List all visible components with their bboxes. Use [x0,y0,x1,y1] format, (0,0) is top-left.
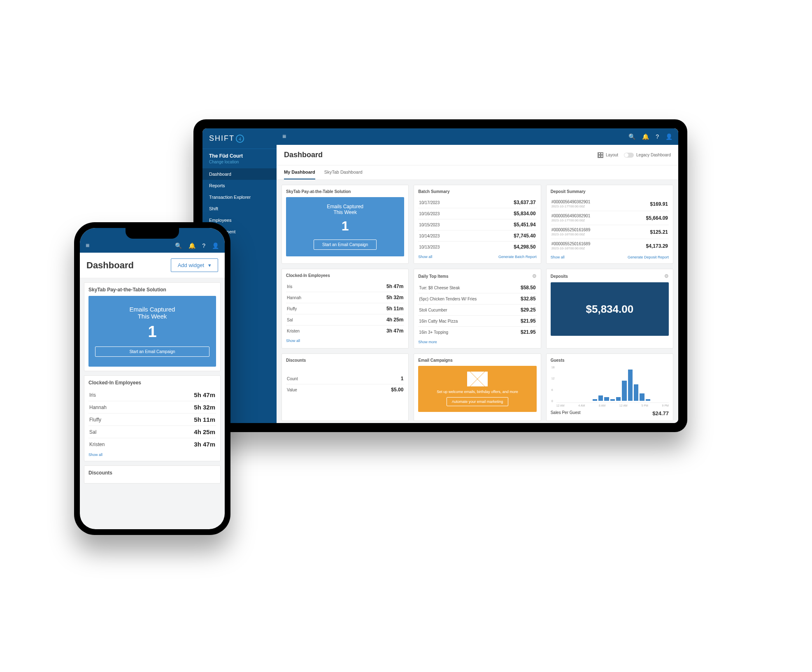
user-icon[interactable]: 👤 [212,242,219,249]
row-value: 5h 11m [194,416,215,423]
show-all-link[interactable]: Show all [418,255,432,259]
phone-header: Dashboard Add widget▾ [80,253,225,278]
location-name: The Füd Court [209,153,270,159]
guests-chart: 181260 [556,366,669,403]
row-value: 3h 47m [194,441,215,448]
card-title: Batch Summary [418,189,536,194]
deposits-value: $5,834.00 [551,282,669,336]
row-value: $21.95 [521,329,536,335]
row-value: 5h 47m [386,284,403,289]
row-value: $32.85 [521,296,536,302]
row-value: $7,745.40 [514,233,535,239]
deposits-card: Deposits⚙ $5,834.00 [546,269,673,349]
table-row: #00000552501616892023-10-16T00:00:00Z$12… [551,225,669,239]
row-label: Tue: $8 Cheese Steak [419,286,521,290]
bell-icon[interactable]: 🔔 [642,133,649,140]
generate-batch-report-link[interactable]: Generate Batch Report [498,255,537,259]
row-label: (5pc) Chicken Tenders W/ Fries [419,297,521,301]
promo-sub: This Week [138,313,167,320]
row-label: Stoli Cucumber [419,308,521,312]
table-row: Value$5.00 [286,384,404,395]
sidebar-item-dashboard[interactable]: Dashboard [202,168,277,180]
generate-deposit-report-link[interactable]: Generate Deposit Report [628,255,669,259]
row-value: $3,637.37 [514,200,535,205]
change-location-link[interactable]: Change location [209,160,270,164]
chart-bar [598,395,603,401]
menu-icon[interactable]: ≡ [86,242,89,249]
row-value: 5h 47m [194,391,215,398]
help-icon[interactable]: ? [656,133,659,140]
show-all-link[interactable]: Show all [88,453,102,457]
table-row: 10/17/2023$3,637.37 [418,197,536,208]
skytab-card: SkyTab Pay-at-the-Table Solution Emails … [282,185,409,264]
row-label: Hannah [89,405,194,410]
row-label: Iris [89,392,194,398]
discounts-card: Discounts Count1Value$5.00 [282,353,409,421]
table-row: 16in 3+ Topping$21.95 [418,327,536,337]
row-value: $5,834.00 [514,211,535,216]
row-value: $58.50 [521,285,536,291]
top-items-card: Daily Top Items⚙ Tue: $8 Cheese Steak$58… [414,269,541,349]
sidebar-item-shift[interactable]: Shift [202,203,277,214]
dashboard-tabs: My DashboardSkyTab Dashboard [277,165,678,180]
guests-card: Guests 181260 12 AM4 AM8 AM12 AM5 PM9 PM… [546,353,673,421]
tab-my-dashboard[interactable]: My Dashboard [284,165,315,179]
show-all-link[interactable]: Show all [551,255,565,259]
table-row: Sal4h 25m [88,426,216,438]
search-icon[interactable]: 🔍 [628,133,635,140]
card-title: Email Campaigns [418,358,536,363]
row-sublabel: 2023-10-16T00:00:00Z [551,246,646,250]
table-row: Tue: $8 Cheese Steak$58.50 [418,282,536,293]
menu-icon[interactable]: ≡ [282,133,286,140]
table-row: 10/16/2023$5,834.00 [418,208,536,219]
start-email-campaign-button[interactable]: Start an Email Campaign [314,240,377,250]
row-label: Sal [89,429,194,435]
start-email-campaign-button[interactable]: Start an Email Campaign [95,346,209,357]
skytab-card: SkyTab Pay-at-the-Table Solution Emails … [84,282,221,371]
sidebar-item-transaction-explorer[interactable]: Transaction Explorer [202,191,277,203]
row-label: Count [287,377,401,381]
gear-icon[interactable]: ⚙ [664,273,669,279]
show-all-link[interactable]: Show all [286,339,300,343]
automate-marketing-button[interactable]: Automate your email marketing [447,397,509,406]
promo-sub: This Week [333,209,356,215]
search-icon[interactable]: 🔍 [175,242,182,249]
sidebar-item-reports[interactable]: Reports [202,180,277,191]
bell-icon[interactable]: 🔔 [188,242,195,249]
show-more-link[interactable]: Show more [418,340,437,344]
discounts-card: Discounts [84,465,221,484]
table-row: (5pc) Chicken Tenders W/ Fries$32.85 [418,293,536,305]
help-icon[interactable]: ? [202,242,205,249]
table-row: 16in Catty Mac Pizza$21.95 [418,316,536,327]
spg-label: Sales Per Guest [551,410,581,416]
table-row: Sal4h 25m [286,314,404,326]
user-icon[interactable]: 👤 [665,133,672,140]
tab-skytab-dashboard[interactable]: SkyTab Dashboard [324,165,363,179]
row-sublabel: 2023-10-16T00:00:00Z [551,233,650,236]
layout-button[interactable]: Layout [598,152,618,158]
row-label: 10/14/2023 [419,234,514,238]
legacy-toggle[interactable]: Legacy Dashboard [624,153,671,158]
chart-bar [616,397,621,401]
email-campaigns-card: Email Campaigns Set up welcome emails, b… [414,353,541,421]
add-widget-button[interactable]: Add widget▾ [171,258,218,272]
row-sublabel: 2023-10-17T00:00:00Z [551,205,650,208]
card-title: Deposits⚙ [551,273,669,279]
row-label: Sal [287,318,386,322]
card-title: Discounts [286,358,404,363]
row-value: $21.95 [521,318,536,324]
promo-count: 1 [342,219,349,234]
chart-bar [646,399,650,401]
table-row: 10/15/2023$5,451.94 [418,219,536,230]
card-title: SkyTab Pay-at-the-Table Solution [88,287,216,293]
row-label: Kristen [287,329,386,333]
row-value: 4h 25m [386,317,403,323]
row-label: 10/13/2023 [419,245,514,249]
chart-bar [634,384,638,401]
card-title: Daily Top Items⚙ [418,273,536,279]
row-label: Kristen [89,442,194,447]
row-value: 5h 32m [386,295,403,300]
clocked-in-card: Clocked-In Employees Iris5h 47mHannah5h … [282,269,409,349]
gear-icon[interactable]: ⚙ [532,273,537,279]
card-title: Clocked-In Employees [286,273,404,278]
